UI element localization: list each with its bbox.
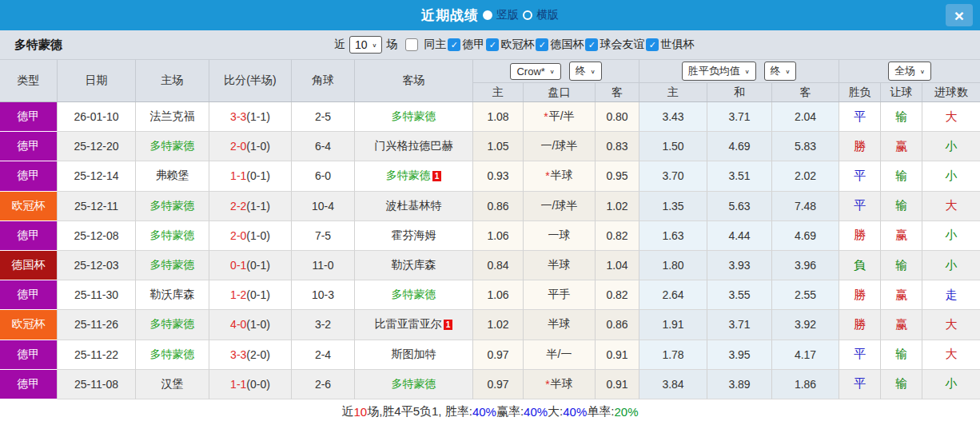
- avg-home-odds-cell: 1.50: [639, 132, 707, 161]
- chevron-down-icon: ∨: [745, 68, 750, 74]
- full-score: 2-0: [230, 229, 246, 242]
- summary-segment: 单率:: [587, 404, 614, 419]
- score-cell: 3-3(1-1): [209, 102, 292, 132]
- result-handicap-cell: 输: [881, 102, 922, 132]
- topbar: 近期战绩 竖版 横版 ×: [0, 0, 980, 30]
- bookmaker-odds-group: Crow* ∨ 终 ∨: [473, 60, 639, 82]
- panel-title: 近期战绩: [421, 6, 479, 25]
- avg-home-odds-cell: 1.80: [639, 251, 707, 280]
- handicap-text: 半球: [551, 169, 573, 183]
- average-period-value: 终: [771, 64, 781, 78]
- corner-cell: 10-3: [292, 280, 355, 310]
- handicap-text: 平/半: [549, 109, 575, 124]
- avg-away-odds-cell: 3.92: [772, 310, 839, 340]
- crown-away-odds-cell: 0.82: [596, 280, 639, 310]
- result-wdl-cell: 勝: [839, 310, 881, 340]
- average-period-select[interactable]: 终 ∨: [764, 62, 797, 81]
- corner-cell: 7-5: [292, 221, 355, 251]
- full-score: 3-3: [230, 348, 246, 361]
- summary-segment: 近: [341, 404, 353, 419]
- match-scope-select[interactable]: 全场 ∨: [888, 62, 931, 81]
- date-cell: 25-12-03: [58, 251, 136, 280]
- table-row: 欧冠杯25-12-11多特蒙德2-2(1-1)10-4波杜基林特0.86一/球半…: [0, 192, 980, 221]
- team-name: 多特蒙德: [150, 199, 195, 213]
- handicap-text: 一/球半: [541, 199, 578, 213]
- home-team-cell: 多特蒙德: [136, 310, 209, 340]
- filter-bar: 多特蒙德 近 10 ∨ 场 同主 ✓ 德甲 ✓ 欧冠杯 ✓ 德国杯 ✓: [0, 30, 980, 60]
- avg-home-odds-cell: 1.78: [639, 340, 707, 370]
- full-score: 1-1: [230, 378, 246, 391]
- filter-controls: 近 10 ∨ 场 同主 ✓ 德甲 ✓ 欧冠杯 ✓ 德国杯 ✓ 球会友谊: [334, 30, 694, 59]
- result-handicap-cell: 输: [881, 161, 922, 191]
- half-score: (1-0): [246, 318, 270, 331]
- full-score: 2-0: [230, 140, 246, 153]
- recent-count-value: 10: [355, 38, 368, 51]
- league-type-cell: 欧冠杯: [0, 310, 58, 340]
- avg-away-odds-cell: 2.02: [772, 161, 839, 191]
- handicap-cell: 半球: [524, 310, 596, 340]
- checkbox-checked-icon: ✓: [646, 38, 659, 51]
- average-odds-select[interactable]: 胜平负均值 ∨: [682, 62, 756, 81]
- handicap-star: *: [545, 169, 549, 182]
- checkbox-checked-icon: ✓: [585, 38, 598, 51]
- result-wdl-cell: 平: [839, 161, 881, 191]
- competition-checkbox-0[interactable]: ✓ 德甲: [448, 38, 484, 52]
- away-team-cell: 斯图加特: [355, 340, 473, 370]
- result-goals-cell: 大: [922, 310, 980, 340]
- home-team-cell: 弗赖堡: [136, 161, 209, 191]
- avg-draw-odds-cell: 3.71: [707, 310, 772, 340]
- average-odds-value: 胜平负均值: [688, 64, 740, 78]
- crown-away-odds-cell: 0.95: [596, 161, 639, 191]
- away-team-cell: 勒沃库森: [355, 251, 473, 280]
- chevron-down-icon: ∨: [550, 68, 555, 74]
- home-team-cell: 多特蒙德: [136, 251, 209, 280]
- recent-count-select[interactable]: 10 ∨: [349, 36, 382, 54]
- corner-cell: 10-4: [292, 192, 355, 221]
- same-home-checkbox[interactable]: [405, 38, 418, 51]
- competition-checkbox-1[interactable]: ✓ 欧冠杯: [486, 38, 534, 52]
- recent-suffix-label: 场: [386, 38, 397, 52]
- competition-checkbox-4[interactable]: ✓ 世俱杯: [646, 38, 694, 52]
- avg-home-odds-cell: 2.64: [639, 280, 707, 310]
- full-score: 3-3: [230, 110, 246, 123]
- chevron-down-icon: ∨: [372, 42, 377, 48]
- home-team-cell: 多特蒙德: [136, 221, 209, 251]
- table-row: 德甲26-01-10法兰克福3-3(1-1)2-5多特蒙德1.08*平/半0.8…: [0, 102, 980, 132]
- home-team-cell: 法兰克福: [136, 102, 209, 132]
- crown-home-odds-cell: 0.97: [473, 370, 524, 399]
- team-name: 法兰克福: [150, 109, 195, 124]
- league-type-cell: 德甲: [0, 132, 58, 161]
- layout-option-horizontal[interactable]: 横版: [523, 8, 559, 22]
- layout-vertical-label: 竖版: [496, 8, 519, 22]
- layout-option-vertical[interactable]: 竖版: [483, 8, 519, 22]
- team-name: 勒沃库森: [392, 258, 436, 272]
- team-name: 多特蒙德: [150, 317, 195, 332]
- avg-away-odds-cell: 5.83: [772, 132, 839, 161]
- avg-home-odds-cell: 3.43: [639, 102, 707, 132]
- competition-checkbox-3[interactable]: ✓ 球会友谊: [585, 38, 644, 52]
- team-name: 多特蒙德: [150, 139, 195, 153]
- competition-label: 球会友谊: [600, 38, 644, 52]
- handicap-text: 半球: [551, 377, 573, 391]
- avg-away-odds-cell: 2.04: [772, 102, 839, 132]
- header-avg-home: 主: [639, 82, 707, 101]
- corner-cell: 2-6: [292, 370, 355, 399]
- result-wdl-cell: 勝: [839, 132, 881, 161]
- bookmaker-period-select[interactable]: 终 ∨: [569, 62, 602, 81]
- close-button[interactable]: ×: [946, 4, 973, 26]
- header-type: 类型: [0, 60, 58, 101]
- team-name: 多特蒙德: [150, 348, 195, 362]
- competition-checkbox-2[interactable]: ✓ 德国杯: [536, 38, 584, 52]
- team-name: 波杜基林特: [386, 199, 442, 213]
- bookmaker-select[interactable]: Crow* ∨: [510, 63, 560, 80]
- handicap-cell: 一球: [524, 221, 596, 251]
- handicap-cell: *平/半: [524, 102, 596, 132]
- date-cell: 25-12-11: [58, 192, 136, 221]
- header-handicap: 盘口: [524, 82, 596, 101]
- crown-away-odds-cell: 0.82: [596, 221, 639, 251]
- result-goals-cell: 大: [922, 102, 980, 132]
- handicap-cell: 半/一: [524, 340, 596, 370]
- away-team-cell: 比雷亚雷亚尔1: [355, 310, 473, 340]
- score-cell: 3-3(2-0): [209, 340, 292, 370]
- handicap-cell: 一/球半: [524, 132, 596, 161]
